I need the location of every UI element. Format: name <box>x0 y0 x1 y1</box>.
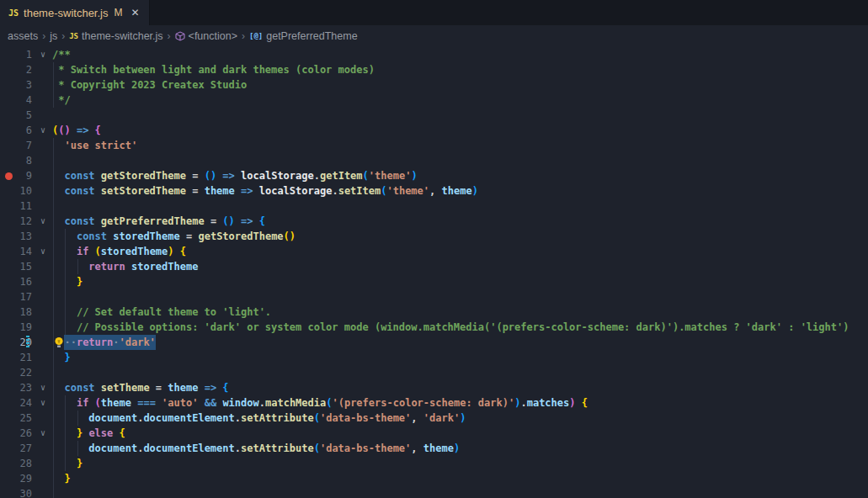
line-number[interactable]: 30 <box>0 486 32 498</box>
code-line-13[interactable]: 13 const storedTheme = getStoredTheme() <box>0 229 868 244</box>
token: // Possible options: 'dark' or system co… <box>77 321 849 333</box>
line-number[interactable]: 6 <box>0 123 32 138</box>
fold-chevron-icon[interactable]: ∨ <box>37 214 49 229</box>
line-number[interactable]: 12 <box>0 214 32 229</box>
token: { <box>582 397 588 409</box>
code-line-14[interactable]: 14∨ if (storedTheme) { <box>0 244 868 259</box>
code-line-16[interactable]: 16 } <box>0 274 868 289</box>
breadcrumb-item-function[interactable]: <function> <box>175 30 237 42</box>
fold-chevron-icon[interactable]: ∨ <box>37 244 49 259</box>
code-line-1[interactable]: 1∨/** <box>0 47 868 62</box>
code-line-27[interactable]: 27 document.documentElement.setAttribute… <box>0 441 868 456</box>
code-line-22[interactable]: 22 <box>0 365 868 380</box>
line-number[interactable]: 29 <box>0 471 32 486</box>
code-line-3[interactable]: 3 * Copyright 2023 Createx Studio <box>0 77 868 93</box>
code-line-18[interactable]: 18 // Set default theme to 'light'. <box>0 305 868 320</box>
line-number[interactable]: 3 <box>0 77 32 93</box>
line-number[interactable]: 11 <box>0 199 32 214</box>
fold-chevron-icon[interactable]: ∨ <box>37 395 49 411</box>
token: () <box>58 124 70 136</box>
code-line-19[interactable]: 19 // Possible options: 'dark' or system… <box>0 320 868 335</box>
token <box>52 412 88 424</box>
breakpoint-icon[interactable] <box>5 172 13 180</box>
code-line-5[interactable]: 5 <box>0 108 868 123</box>
code-line-4[interactable]: 4 */ <box>0 93 868 108</box>
token: , <box>429 185 441 197</box>
code-line-23[interactable]: 23∨ const setTheme = theme => { <box>0 380 868 395</box>
token: 'data-bs-theme' <box>320 412 411 424</box>
token: } <box>77 458 83 469</box>
token: , <box>411 412 423 424</box>
breadcrumb-item-assets[interactable]: assets <box>8 30 38 42</box>
token: setTheme <box>101 382 150 394</box>
line-number[interactable]: 27 <box>0 441 32 456</box>
token: => <box>205 382 216 394</box>
token: setAttribute <box>241 412 314 424</box>
code-line-15[interactable]: 15 return storedTheme <box>0 259 868 274</box>
fold-chevron-icon[interactable]: ∨ <box>37 380 49 395</box>
token <box>52 336 64 348</box>
line-number[interactable]: 14 <box>0 244 32 259</box>
line-number[interactable]: 26 <box>0 426 32 441</box>
code-line-26[interactable]: 26∨ } else { <box>0 426 868 441</box>
line-number[interactable]: 16 <box>0 274 32 289</box>
code-line-29[interactable]: 29 } <box>0 471 868 486</box>
code-text: } <box>52 471 71 486</box>
line-number[interactable]: 19 <box>0 320 32 335</box>
code-line-8[interactable]: 8 <box>0 153 868 168</box>
code-line-20[interactable]: 20 ··return·'dark' <box>0 335 868 350</box>
token <box>253 215 258 227</box>
breadcrumb-item-js[interactable]: js <box>50 30 57 42</box>
code-editor[interactable]: 1∨/**2 * Switch between light and dark t… <box>0 47 868 498</box>
code-line-21[interactable]: 21 } <box>0 350 868 365</box>
breadcrumb-item-themeswitcherjs[interactable]: JStheme-switcher.js <box>69 30 162 42</box>
token: const <box>64 215 94 227</box>
token <box>52 397 77 409</box>
line-number[interactable]: 18 <box>0 305 32 320</box>
code-line-28[interactable]: 28 } <box>0 456 868 471</box>
fold-chevron-icon[interactable]: ∨ <box>37 123 49 138</box>
line-number[interactable]: 13 <box>0 229 32 244</box>
fold-chevron-icon[interactable]: ∨ <box>37 426 49 441</box>
line-number[interactable]: 1 <box>0 47 32 62</box>
line-number[interactable]: 10 <box>0 183 32 199</box>
tab-theme-switcher[interactable]: JS theme-switcher.js M ✕ <box>0 0 150 25</box>
line-number[interactable]: 15 <box>0 259 32 274</box>
token: () <box>222 215 234 227</box>
code-line-17[interactable]: 17 <box>0 289 868 305</box>
fold-chevron-icon[interactable]: ∨ <box>37 47 49 62</box>
line-number[interactable]: 17 <box>0 289 32 305</box>
line-number[interactable]: 25 <box>0 411 32 426</box>
code-line-6[interactable]: 6∨(() => { <box>0 123 868 138</box>
code-line-2[interactable]: 2 * Switch between light and dark themes… <box>0 62 868 77</box>
code-line-11[interactable]: 11 <box>0 199 868 214</box>
token: theme <box>101 397 131 409</box>
line-number[interactable]: 24 <box>0 395 32 411</box>
code-line-7[interactable]: 7 'use strict' <box>0 138 868 153</box>
line-number[interactable]: 22 <box>0 365 32 380</box>
line-number[interactable]: 5 <box>0 108 32 123</box>
line-number[interactable]: 23 <box>0 380 32 395</box>
breadcrumb-item-getpreferredtheme[interactable]: [@]getPreferredTheme <box>249 30 358 42</box>
token: ( <box>363 170 369 182</box>
code-line-30[interactable]: 30 <box>0 486 868 498</box>
code-line-24[interactable]: 24∨ if (theme === 'auto' && window.match… <box>0 395 868 411</box>
token: const <box>64 185 94 197</box>
line-number[interactable]: 4 <box>0 93 32 108</box>
line-number[interactable]: 7 <box>0 138 32 153</box>
line-number[interactable]: 8 <box>0 153 32 168</box>
code-line-10[interactable]: 10 const setStoredTheme = theme => local… <box>0 183 868 199</box>
code-line-9[interactable]: 9 const getStoredTheme = () => localStor… <box>0 168 868 183</box>
token <box>95 185 101 197</box>
token: getStoredTheme <box>101 170 186 182</box>
line-number[interactable]: 2 <box>0 62 32 77</box>
token <box>52 276 77 288</box>
code-line-12[interactable]: 12∨ const getPreferredTheme = () => { <box>0 214 868 229</box>
token: . <box>314 170 320 182</box>
line-number[interactable]: 28 <box>0 456 32 471</box>
code-line-25[interactable]: 25 document.documentElement.setAttribute… <box>0 411 868 426</box>
close-icon[interactable]: ✕ <box>130 7 139 19</box>
breadcrumb-label: js <box>50 30 57 42</box>
symbol-namespace-icon <box>175 31 185 41</box>
line-number[interactable]: 21 <box>0 350 32 365</box>
